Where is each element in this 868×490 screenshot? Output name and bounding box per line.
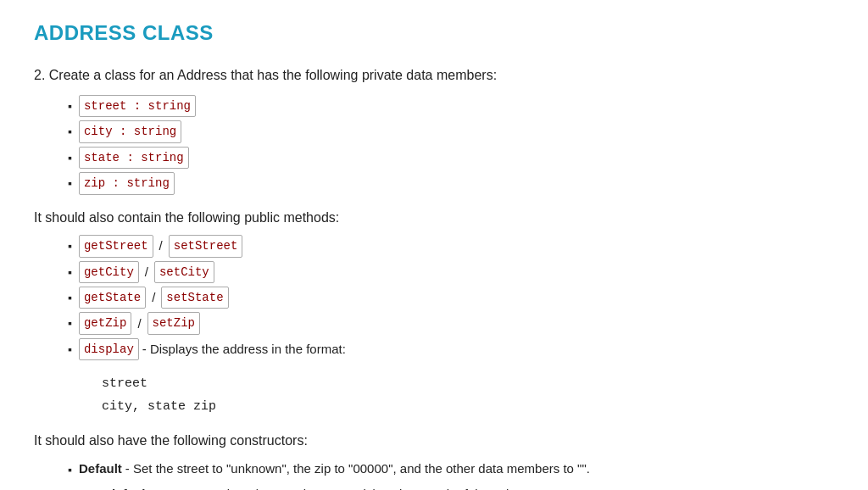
list-item: display - Displays the address in the fo… bbox=[68, 338, 834, 360]
methods-list: getStreet / setStreet getCity / setCity … bbox=[68, 235, 834, 360]
task-intro-text: Create a class for an Address that has t… bbox=[49, 68, 497, 82]
data-member-street: street : string bbox=[79, 95, 196, 117]
code-line-1: street bbox=[102, 372, 834, 395]
separator: / bbox=[137, 314, 141, 334]
list-item: state : string bbox=[68, 147, 834, 169]
display-description: - Displays the address in the format: bbox=[142, 339, 346, 359]
list-item: zip : string bbox=[68, 172, 834, 194]
separator: / bbox=[152, 287, 155, 308]
method-get-state: getState bbox=[79, 287, 146, 309]
constructors-list: Default - Set the street to "unknown", t… bbox=[68, 459, 834, 490]
list-item: getCity / setCity bbox=[68, 261, 834, 283]
constructors-intro-text: It should also have the following constr… bbox=[34, 430, 834, 452]
list-item: getZip / setZip bbox=[68, 312, 834, 334]
methods-intro-text: It should also contain the following pub… bbox=[34, 207, 834, 229]
list-item: getState / setState bbox=[68, 287, 834, 309]
method-display: display bbox=[79, 338, 139, 360]
method-get-city: getCity bbox=[79, 261, 139, 283]
method-set-state: setState bbox=[161, 287, 228, 309]
separator: / bbox=[145, 262, 148, 282]
list-item: Default - Set the street to "unknown", t… bbox=[68, 459, 834, 479]
method-set-city: setCity bbox=[154, 261, 214, 283]
constructor-nondefault-desc: - Accept 4 strings (street, city, state,… bbox=[153, 484, 532, 490]
constructor-nondefault-label: Non-default bbox=[79, 484, 149, 490]
constructor-default-label: Default bbox=[79, 459, 122, 479]
constructor-default-desc: - Set the street to "unknown", the zip t… bbox=[125, 459, 590, 479]
constructors-section: It should also have the following constr… bbox=[34, 430, 834, 490]
task-intro: 2. Create a class for an Address that ha… bbox=[34, 64, 834, 86]
list-item: city : string bbox=[68, 120, 834, 142]
data-member-state: state : string bbox=[79, 147, 189, 169]
code-block: street city, state zip bbox=[102, 372, 834, 418]
methods-section: It should also contain the following pub… bbox=[34, 207, 834, 419]
data-member-city: city : string bbox=[79, 120, 181, 142]
code-line-2: city, state zip bbox=[102, 395, 834, 418]
page-title: ADDRESS CLASS bbox=[34, 17, 834, 49]
list-item: Non-default - Accept 4 strings (street, … bbox=[68, 484, 834, 490]
method-get-street: getStreet bbox=[79, 235, 153, 257]
method-set-zip: setZip bbox=[147, 312, 200, 334]
list-item: street : string bbox=[68, 95, 834, 117]
data-members-list: street : string city : string state : st… bbox=[68, 95, 834, 195]
task-number: 2. bbox=[34, 68, 45, 82]
method-set-street: setStreet bbox=[169, 235, 243, 257]
separator: / bbox=[159, 236, 163, 256]
data-member-zip: zip : string bbox=[79, 172, 175, 194]
method-get-zip: getZip bbox=[79, 312, 131, 334]
list-item: getStreet / setStreet bbox=[68, 235, 834, 257]
